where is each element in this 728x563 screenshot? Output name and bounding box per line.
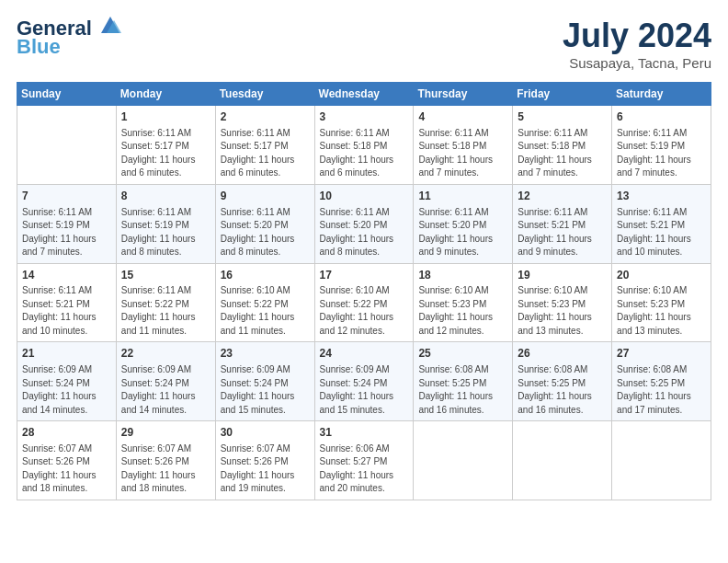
calendar-cell (17, 106, 117, 185)
day-number: 26 (518, 346, 607, 362)
calendar-cell: 21Sunrise: 6:09 AMSunset: 5:24 PMDayligh… (17, 342, 117, 421)
day-info: Sunrise: 6:07 AMSunset: 5:26 PMDaylight:… (121, 442, 210, 496)
calendar-cell: 12Sunrise: 6:11 AMSunset: 5:21 PMDayligh… (513, 184, 612, 263)
calendar-cell (414, 421, 513, 500)
day-info: Sunrise: 6:11 AMSunset: 5:18 PMDaylight:… (418, 127, 507, 180)
day-info: Sunrise: 6:08 AMSunset: 5:25 PMDaylight:… (418, 363, 507, 417)
day-info: Sunrise: 6:11 AMSunset: 5:17 PMDaylight:… (121, 127, 210, 180)
col-header-monday: Monday (116, 83, 215, 106)
logo: General Blue (17, 17, 123, 59)
day-number: 28 (22, 425, 111, 441)
day-number: 31 (320, 425, 409, 441)
day-number: 29 (121, 425, 210, 441)
calendar-cell: 10Sunrise: 6:11 AMSunset: 5:20 PMDayligh… (314, 184, 414, 263)
day-number: 1 (121, 109, 210, 125)
calendar-cell: 11Sunrise: 6:11 AMSunset: 5:20 PMDayligh… (414, 184, 513, 263)
col-header-tuesday: Tuesday (215, 83, 314, 106)
day-number: 4 (418, 109, 507, 125)
day-info: Sunrise: 6:11 AMSunset: 5:20 PMDaylight:… (320, 206, 409, 259)
calendar-cell: 18Sunrise: 6:10 AMSunset: 5:23 PMDayligh… (414, 263, 513, 342)
day-number: 12 (518, 189, 607, 204)
col-header-thursday: Thursday (414, 83, 513, 106)
day-info: Sunrise: 6:11 AMSunset: 5:18 PMDaylight:… (320, 127, 409, 180)
calendar-cell: 9Sunrise: 6:11 AMSunset: 5:20 PMDaylight… (215, 184, 314, 263)
day-info: Sunrise: 6:09 AMSunset: 5:24 PMDaylight:… (320, 363, 409, 417)
col-header-saturday: Saturday (612, 83, 711, 106)
day-info: Sunrise: 6:10 AMSunset: 5:23 PMDaylight:… (418, 284, 507, 338)
day-number: 30 (221, 425, 310, 441)
calendar-cell: 19Sunrise: 6:10 AMSunset: 5:23 PMDayligh… (513, 263, 612, 342)
day-number: 3 (320, 109, 409, 125)
day-info: Sunrise: 6:11 AMSunset: 5:20 PMDaylight:… (418, 206, 507, 259)
day-number: 18 (418, 268, 507, 283)
day-number: 11 (418, 189, 507, 204)
day-info: Sunrise: 6:07 AMSunset: 5:26 PMDaylight:… (22, 442, 111, 496)
calendar-table: SundayMondayTuesdayWednesdayThursdayFrid… (17, 82, 711, 500)
calendar-cell: 20Sunrise: 6:10 AMSunset: 5:23 PMDayligh… (612, 263, 711, 342)
day-number: 24 (320, 346, 409, 362)
day-info: Sunrise: 6:11 AMSunset: 5:19 PMDaylight:… (22, 206, 111, 259)
calendar-cell: 17Sunrise: 6:10 AMSunset: 5:22 PMDayligh… (314, 263, 414, 342)
day-number: 9 (221, 189, 310, 204)
col-header-wednesday: Wednesday (314, 83, 414, 106)
day-number: 8 (121, 189, 210, 204)
day-number: 21 (22, 346, 111, 362)
day-number: 27 (617, 346, 706, 362)
calendar-cell: 4Sunrise: 6:11 AMSunset: 5:18 PMDaylight… (414, 106, 513, 185)
day-number: 10 (320, 189, 409, 204)
day-number: 19 (518, 268, 607, 283)
day-number: 13 (617, 189, 706, 204)
day-number: 25 (418, 346, 507, 362)
day-number: 6 (617, 109, 706, 125)
day-info: Sunrise: 6:11 AMSunset: 5:21 PMDaylight:… (518, 206, 607, 259)
day-info: Sunrise: 6:11 AMSunset: 5:18 PMDaylight:… (518, 127, 607, 180)
calendar-cell: 27Sunrise: 6:08 AMSunset: 5:25 PMDayligh… (612, 342, 711, 421)
calendar-cell: 14Sunrise: 6:11 AMSunset: 5:21 PMDayligh… (17, 263, 117, 342)
day-info: Sunrise: 6:10 AMSunset: 5:22 PMDaylight:… (320, 284, 409, 338)
calendar-cell: 31Sunrise: 6:06 AMSunset: 5:27 PMDayligh… (314, 421, 414, 500)
day-info: Sunrise: 6:11 AMSunset: 5:20 PMDaylight:… (221, 206, 310, 259)
calendar-cell: 29Sunrise: 6:07 AMSunset: 5:26 PMDayligh… (116, 421, 215, 500)
day-number: 7 (22, 189, 111, 204)
day-number: 20 (617, 268, 706, 283)
day-number: 15 (121, 268, 210, 283)
calendar-cell: 22Sunrise: 6:09 AMSunset: 5:24 PMDayligh… (116, 342, 215, 421)
title-block: July 2024 Susapaya, Tacna, Peru (563, 17, 711, 71)
day-info: Sunrise: 6:09 AMSunset: 5:24 PMDaylight:… (121, 363, 210, 417)
col-header-friday: Friday (513, 83, 612, 106)
calendar-cell: 16Sunrise: 6:10 AMSunset: 5:22 PMDayligh… (215, 263, 314, 342)
day-info: Sunrise: 6:09 AMSunset: 5:24 PMDaylight:… (221, 363, 310, 417)
day-number: 5 (518, 109, 607, 125)
day-info: Sunrise: 6:11 AMSunset: 5:19 PMDaylight:… (617, 127, 706, 180)
calendar-cell: 5Sunrise: 6:11 AMSunset: 5:18 PMDaylight… (513, 106, 612, 185)
day-info: Sunrise: 6:06 AMSunset: 5:27 PMDaylight:… (320, 442, 409, 496)
calendar-cell: 24Sunrise: 6:09 AMSunset: 5:24 PMDayligh… (314, 342, 414, 421)
calendar-cell: 30Sunrise: 6:07 AMSunset: 5:26 PMDayligh… (215, 421, 314, 500)
day-info: Sunrise: 6:07 AMSunset: 5:26 PMDaylight:… (221, 442, 310, 496)
day-info: Sunrise: 6:09 AMSunset: 5:24 PMDaylight:… (22, 363, 111, 417)
day-number: 22 (121, 346, 210, 362)
calendar-cell: 2Sunrise: 6:11 AMSunset: 5:17 PMDaylight… (215, 106, 314, 185)
day-info: Sunrise: 6:10 AMSunset: 5:22 PMDaylight:… (221, 284, 310, 338)
day-info: Sunrise: 6:11 AMSunset: 5:21 PMDaylight:… (22, 284, 111, 338)
day-info: Sunrise: 6:11 AMSunset: 5:21 PMDaylight:… (617, 206, 706, 259)
calendar-cell: 1Sunrise: 6:11 AMSunset: 5:17 PMDaylight… (116, 106, 215, 185)
day-number: 16 (221, 268, 310, 283)
col-header-sunday: Sunday (17, 83, 117, 106)
logo-icon (94, 13, 123, 39)
day-number: 2 (221, 109, 310, 125)
day-info: Sunrise: 6:11 AMSunset: 5:17 PMDaylight:… (221, 127, 310, 180)
calendar-cell: 25Sunrise: 6:08 AMSunset: 5:25 PMDayligh… (414, 342, 513, 421)
calendar-cell: 7Sunrise: 6:11 AMSunset: 5:19 PMDaylight… (17, 184, 117, 263)
calendar-cell (612, 421, 711, 500)
calendar-cell (513, 421, 612, 500)
calendar-cell: 8Sunrise: 6:11 AMSunset: 5:19 PMDaylight… (116, 184, 215, 263)
day-info: Sunrise: 6:11 AMSunset: 5:19 PMDaylight:… (121, 206, 210, 259)
calendar-cell: 15Sunrise: 6:11 AMSunset: 5:22 PMDayligh… (116, 263, 215, 342)
location: Susapaya, Tacna, Peru (563, 55, 711, 71)
calendar-cell: 6Sunrise: 6:11 AMSunset: 5:19 PMDaylight… (612, 106, 711, 185)
calendar-cell: 13Sunrise: 6:11 AMSunset: 5:21 PMDayligh… (612, 184, 711, 263)
day-info: Sunrise: 6:10 AMSunset: 5:23 PMDaylight:… (617, 284, 706, 338)
day-info: Sunrise: 6:08 AMSunset: 5:25 PMDaylight:… (518, 363, 607, 417)
calendar-cell: 23Sunrise: 6:09 AMSunset: 5:24 PMDayligh… (215, 342, 314, 421)
